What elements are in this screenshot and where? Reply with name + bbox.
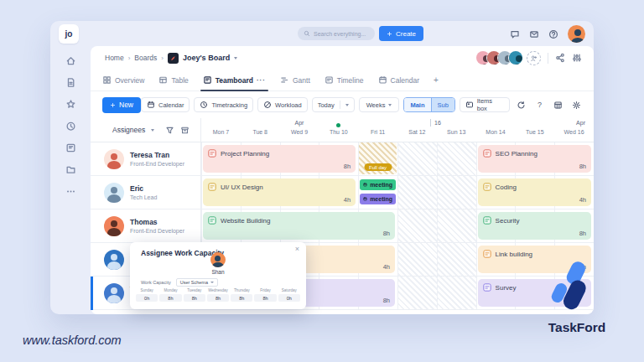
refresh-button[interactable]	[514, 97, 528, 112]
main-toggle[interactable]: Main	[404, 98, 430, 111]
chat-icon[interactable]	[510, 29, 520, 39]
settings-sliders-icon[interactable]	[572, 53, 582, 63]
calendar-icon	[147, 101, 155, 109]
zoom-select[interactable]: Weeks	[359, 97, 400, 112]
capacity-dropdown[interactable]: User Schema	[176, 278, 218, 287]
add-member-button[interactable]	[527, 51, 541, 65]
file-icon[interactable]	[65, 77, 76, 88]
more-icon[interactable]: ···	[257, 76, 266, 84]
breadcrumb-boards[interactable]: Boards	[134, 54, 157, 62]
gear-icon	[572, 101, 581, 110]
help-button[interactable]: ?	[532, 97, 547, 112]
workspace-logo[interactable]: jo	[59, 24, 79, 44]
capacity-day: Tuesday8h	[184, 288, 205, 302]
user-avatar[interactable]	[568, 25, 585, 43]
assignee-name: Eric	[130, 184, 157, 194]
board-toolbar: New CalendarTimetrackingWorkload Today W…	[91, 91, 594, 118]
assignee-cell[interactable]: ThomasFront-End Developer	[91, 209, 201, 242]
day-capacity-value[interactable]: 8h	[254, 294, 276, 302]
task-bar[interactable]: Website Building8h	[203, 212, 395, 240]
chevron-down-icon	[151, 129, 154, 132]
search-icon	[304, 30, 310, 37]
tab-calendar[interactable]: Calendar	[378, 70, 420, 90]
folder-icon[interactable]	[65, 164, 76, 175]
add-view-button[interactable]: +	[434, 70, 439, 90]
sliders-icon	[572, 53, 582, 63]
task-hours: 4h	[383, 263, 390, 271]
board-title[interactable]: Joey's Board	[183, 54, 230, 62]
items-box-button[interactable]: Items box	[460, 97, 510, 112]
chevron-right-icon: ›	[128, 54, 131, 62]
divider	[340, 101, 340, 109]
workload-view-button[interactable]: Workload	[257, 97, 308, 112]
task-hours: 8h	[383, 230, 390, 237]
left-sidebar	[50, 46, 91, 314]
layout-button[interactable]	[551, 97, 565, 112]
archive-box-icon[interactable]	[180, 126, 190, 135]
dots-icon[interactable]	[65, 186, 76, 197]
avatar	[104, 250, 124, 270]
history-icon[interactable]	[65, 121, 76, 132]
chevron-right-icon: ›	[161, 54, 164, 62]
day-capacity-value[interactable]: 8h	[207, 294, 229, 302]
tab-timeline[interactable]: Timeline	[325, 70, 364, 90]
calendar-icon	[363, 182, 367, 188]
chevron-down-icon[interactable]	[234, 57, 237, 59]
close-icon[interactable]: ×	[295, 245, 299, 253]
share-icon[interactable]	[555, 53, 565, 63]
gear-icon[interactable]	[569, 97, 584, 112]
capacity-day: Saturday0h	[278, 288, 300, 302]
meeting-chip[interactable]: meeting	[360, 194, 396, 204]
chevron-down-icon	[388, 104, 392, 106]
day-capacity-value[interactable]: 8h	[231, 294, 252, 302]
today-marker-dot	[336, 123, 340, 127]
avatar	[210, 252, 226, 267]
apps-icon	[553, 101, 563, 110]
task-bar[interactable]: Security8h	[478, 212, 591, 240]
timetracking-view-button[interactable]: Timetracking	[194, 97, 253, 112]
day-capacity-value[interactable]: 8h	[159, 294, 181, 302]
team-avatar-group[interactable]	[475, 50, 523, 65]
create-button[interactable]: Create	[379, 26, 423, 41]
capacity-day: Thursday8h	[231, 288, 252, 302]
task-bar[interactable]: Project Planning8h	[203, 145, 356, 173]
day-capacity-value[interactable]: 0h	[278, 294, 300, 302]
new-button[interactable]: New	[102, 97, 141, 113]
assignees-header[interactable]: Assignees	[91, 118, 201, 142]
task-bar[interactable]: Coding4h	[478, 178, 591, 206]
task-bar[interactable]: SEO Planning8h	[478, 145, 591, 173]
topbar-icons	[510, 25, 585, 43]
task-type-icon	[483, 250, 491, 258]
home-icon[interactable]	[65, 55, 76, 66]
meeting-chip[interactable]: meeting	[360, 179, 396, 190]
sub-toggle[interactable]: Sub	[431, 98, 454, 111]
website-url: www.taskford.com	[23, 334, 122, 347]
day-capacity-value[interactable]: 8h	[184, 294, 205, 302]
task-bar[interactable]: UI/ UX Design4h	[203, 178, 356, 206]
board-icon[interactable]	[65, 142, 76, 153]
today-button[interactable]: Today	[312, 97, 355, 112]
avatar	[104, 149, 124, 169]
tab-overview[interactable]: Overview	[102, 70, 144, 90]
task-label: Link building	[496, 251, 532, 258]
assignee-cell[interactable]: Teresa TranFront-End Developer	[91, 142, 201, 175]
search-input[interactable]: Search everything...	[298, 27, 375, 40]
tab-table[interactable]: Table	[158, 70, 188, 90]
task-hours: 4h	[579, 196, 586, 204]
filter-icon[interactable]	[165, 126, 174, 135]
capacity-days: Sunday0hMonday8hTuesday8hWednesday8hThur…	[136, 288, 300, 302]
day-capacity-value[interactable]: 0h	[136, 294, 158, 302]
day-column-header: Sun 13	[437, 129, 476, 135]
star-icon[interactable]	[65, 99, 76, 110]
full-day-badge: Full day	[364, 163, 392, 171]
calendar-view-button[interactable]: Calendar	[141, 97, 190, 112]
mail-icon[interactable]	[529, 29, 539, 39]
tab-teamboard[interactable]: Teamboard···	[203, 70, 266, 90]
absence-cell[interactable]: Full day	[359, 142, 397, 174]
tab-gantt[interactable]: Gantt	[280, 70, 310, 90]
help-icon[interactable]	[548, 29, 558, 39]
breadcrumb-home[interactable]: Home	[105, 54, 124, 62]
assignee-cell[interactable]: EricTech Lead	[91, 176, 201, 209]
assignee-row: Teresa TranFront-End DeveloperProject Pl…	[91, 142, 594, 176]
workload-icon	[263, 101, 272, 109]
